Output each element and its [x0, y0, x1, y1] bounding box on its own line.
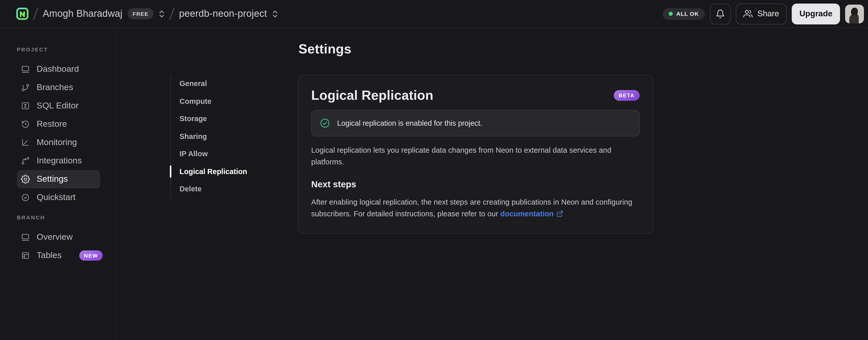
card-title: Logical Replication: [311, 88, 433, 103]
chart-curve-icon: [21, 138, 30, 147]
chevron-updown-icon: [159, 9, 165, 18]
chevron-updown-icon: [272, 9, 278, 18]
sidebar-section-project: PROJECT: [17, 46, 117, 53]
window-icon: [21, 233, 30, 242]
sidebar-item-overview[interactable]: Overview: [17, 228, 100, 246]
users-icon: [744, 9, 753, 18]
gear-icon: [21, 175, 30, 184]
plan-badge: FREE: [128, 8, 154, 19]
sidebar-item-label: Branches: [37, 82, 73, 93]
description-text: Logical replication lets you replicate d…: [311, 145, 640, 168]
page-title: Settings: [299, 41, 351, 57]
settings-nav-logical-replication[interactable]: Logical Replication: [171, 163, 256, 180]
account-name: Amogh Bharadwaj: [43, 8, 123, 19]
external-link-icon: [556, 210, 563, 217]
neon-logo[interactable]: [16, 8, 29, 20]
share-button[interactable]: Share: [736, 3, 787, 24]
project-switcher[interactable]: peerdb-neon-project: [179, 8, 278, 19]
settings-nav-compute[interactable]: Compute: [171, 92, 256, 110]
notifications-button[interactable]: [710, 3, 731, 24]
sidebar-item-label: Overview: [37, 232, 73, 242]
next-steps-title: Next steps: [311, 179, 640, 190]
main-content: Settings General Compute Storage Sharing…: [117, 28, 868, 340]
sidebar-item-restore[interactable]: Restore: [17, 115, 100, 133]
integrations-flow-icon: [21, 156, 30, 165]
card-header: Logical Replication BETA: [311, 88, 640, 103]
sidebar-item-label: Settings: [37, 174, 68, 184]
settings-nav: General Compute Storage Sharing IP Allow…: [170, 75, 256, 198]
banner-text: Logical replication is enabled for this …: [337, 119, 482, 127]
settings-nav-storage[interactable]: Storage: [171, 110, 256, 128]
avatar-photo: [845, 4, 864, 23]
sidebar-item-label: SQL Editor: [37, 101, 79, 111]
bell-icon: [716, 9, 725, 19]
account-switcher[interactable]: Amogh Bharadwaj FREE: [43, 8, 165, 19]
breadcrumb: Amogh Bharadwaj FREE peerdb-neon-project: [16, 7, 278, 20]
documentation-link[interactable]: documentation: [500, 210, 563, 218]
share-label: Share: [757, 9, 779, 18]
sidebar-item-integrations[interactable]: Integrations: [17, 152, 100, 170]
dashboard-icon: [21, 65, 30, 74]
neon-console: Amogh Bharadwaj FREE peerdb-neon-project…: [0, 0, 868, 340]
status-dot-icon: [669, 12, 673, 16]
sidebar-item-branches[interactable]: Branches: [17, 78, 100, 97]
topbar: Amogh Bharadwaj FREE peerdb-neon-project…: [0, 0, 868, 28]
settings-nav-delete[interactable]: Delete: [171, 180, 256, 198]
settings-nav-ip-allow[interactable]: IP Allow: [171, 145, 256, 163]
status-label: ALL OK: [676, 11, 699, 17]
project-name: peerdb-neon-project: [179, 8, 267, 19]
sidebar-item-dashboard[interactable]: Dashboard: [17, 60, 100, 78]
history-clock-icon: [21, 120, 30, 129]
sidebar-item-label: Monitoring: [37, 137, 77, 148]
sidebar-section-branch: BRANCH: [17, 214, 117, 221]
sidebar-item-label: Dashboard: [37, 64, 79, 74]
sidebar-item-label: Integrations: [37, 156, 82, 166]
topbar-actions: ALL OK Share Upgrade: [662, 3, 864, 24]
sidebar-item-label: Restore: [37, 119, 67, 129]
sql-editor-icon: [21, 101, 30, 110]
status-badge[interactable]: ALL OK: [662, 8, 705, 20]
git-branch-icon: [21, 83, 30, 92]
next-steps-text: After enabling logical replication, the …: [311, 196, 640, 220]
sidebar-item-tables[interactable]: Tables NEW: [17, 246, 100, 265]
settings-nav-sharing[interactable]: Sharing: [171, 128, 256, 145]
logical-replication-card: Logical Replication BETA Logical replica…: [298, 75, 653, 234]
avatar[interactable]: [845, 4, 864, 23]
sidebar: PROJECT Dashboard Branches SQL Editor Re…: [0, 28, 117, 340]
table-icon: [21, 251, 30, 260]
neon-logo-icon: [16, 8, 29, 20]
documentation-link-label: documentation: [500, 210, 554, 218]
breadcrumb-divider: [33, 7, 38, 20]
new-badge: NEW: [79, 250, 102, 261]
sidebar-item-label: Quickstart: [37, 192, 75, 203]
success-banner: Logical replication is enabled for this …: [311, 110, 640, 136]
sidebar-item-quickstart[interactable]: Quickstart: [17, 188, 100, 207]
settings-nav-general[interactable]: General: [171, 75, 256, 92]
sidebar-item-settings[interactable]: Settings: [17, 170, 100, 188]
sidebar-item-monitoring[interactable]: Monitoring: [17, 133, 100, 152]
sidebar-item-sql-editor[interactable]: SQL Editor: [17, 97, 100, 115]
breadcrumb-divider: [169, 7, 175, 20]
sidebar-item-label: Tables: [37, 250, 62, 261]
next-steps-body: After enabling logical replication, the …: [311, 198, 632, 218]
check-circle-icon: [21, 193, 30, 202]
check-circle-icon: [320, 118, 330, 128]
beta-badge: BETA: [614, 90, 640, 101]
upgrade-button[interactable]: Upgrade: [792, 3, 840, 24]
